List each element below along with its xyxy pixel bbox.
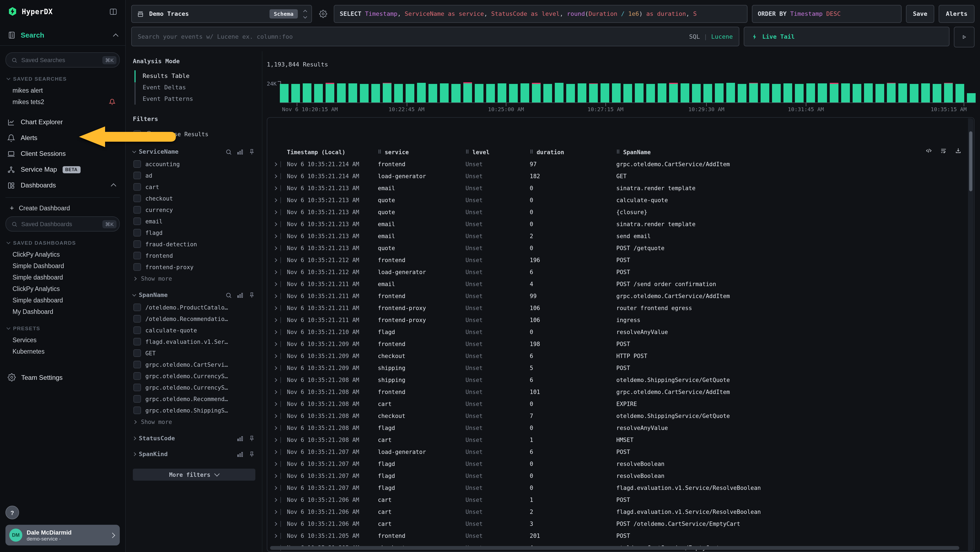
histogram-bar[interactable] xyxy=(635,83,644,102)
column-drag-handle[interactable]: ⠿ xyxy=(378,149,381,155)
table-row[interactable]: Nov 6 10:35:21.212 AMfrontendUnset196POS… xyxy=(267,254,967,266)
filter-checkbox-row[interactable]: grpc.oteldemo.CartServi… xyxy=(133,359,255,370)
histogram-bar[interactable] xyxy=(555,83,563,102)
saved-dashboard-item[interactable]: Simple dashboard xyxy=(5,271,120,283)
filter-group-statuscode[interactable]: StatusCode xyxy=(133,435,255,442)
row-expander[interactable] xyxy=(267,497,287,503)
filter-checkbox-row[interactable]: currency xyxy=(133,204,255,215)
column-header-service[interactable]: ⠿service xyxy=(378,149,466,155)
filter-checkbox-row[interactable]: frontend xyxy=(133,250,255,261)
histogram-bar[interactable] xyxy=(406,84,415,102)
filter-checkbox-row[interactable]: checkout xyxy=(133,192,255,204)
show-more-button[interactable]: Show more xyxy=(133,273,255,283)
table-row[interactable]: Nov 6 10:35:21.213 AMquoteUnset0{closure… xyxy=(267,206,967,218)
histogram-bar[interactable] xyxy=(326,84,334,102)
alerts-button[interactable]: Alerts xyxy=(939,5,975,23)
column-header-level[interactable]: ⠿level xyxy=(466,149,530,155)
row-expander[interactable] xyxy=(267,221,287,227)
vertical-scrollbar-thumb[interactable] xyxy=(969,131,972,191)
filter-checkbox-row[interactable]: frontend-proxy xyxy=(133,261,255,273)
histogram-bar[interactable] xyxy=(543,84,552,102)
saved-searches-input[interactable]: Saved Searches ⌘K xyxy=(5,52,120,67)
histogram-bar[interactable] xyxy=(898,83,907,102)
histogram-bar[interactable] xyxy=(337,84,346,102)
table-row[interactable]: Nov 6 10:35:21.211 AMfrontend-proxyUnset… xyxy=(267,314,967,326)
column-header-timestamp[interactable]: Timestamp (Local) xyxy=(287,149,378,155)
table-row[interactable]: Nov 6 10:35:21.214 AMload-generatorUnset… xyxy=(267,170,967,182)
saved-dashboard-item[interactable]: ClickPy Analytics xyxy=(5,283,120,294)
checkbox[interactable] xyxy=(134,361,141,368)
sidebar-item-team-settings[interactable]: Team Settings xyxy=(8,370,120,385)
filter-checkbox-row[interactable]: /oteldemo.ProductCatalo… xyxy=(133,302,255,313)
row-expander[interactable] xyxy=(267,269,287,275)
row-expander[interactable] xyxy=(267,425,287,431)
row-expander[interactable] xyxy=(267,341,287,347)
pin-icon[interactable] xyxy=(248,292,255,298)
row-expander[interactable] xyxy=(267,161,287,167)
histogram-bar[interactable] xyxy=(692,84,701,102)
presets-section[interactable]: PRESETS xyxy=(7,325,120,331)
filter-checkbox-row[interactable]: grpc.oteldemo.ShippingS… xyxy=(133,404,255,416)
table-row[interactable]: Nov 6 10:35:21.209 AMcheckoutUnset6HTTP … xyxy=(267,350,967,362)
histogram-bar[interactable] xyxy=(531,84,540,102)
saved-dashboard-item[interactable]: My Dashboard xyxy=(5,306,120,317)
histogram-bar[interactable] xyxy=(303,83,312,102)
row-expander[interactable] xyxy=(267,281,287,287)
table-row[interactable]: Nov 6 10:35:21.207 AMflagdUnset0resolveB… xyxy=(267,458,967,470)
table-row[interactable]: Nov 6 10:35:21.208 AMfrontendUnset101grp… xyxy=(267,386,967,398)
filter-checkbox-row[interactable]: email xyxy=(133,215,255,227)
live-tail-button[interactable]: Live Tail xyxy=(744,27,950,46)
user-card[interactable]: DM Dale McDiarmid demo-service - xyxy=(5,525,120,546)
row-expander[interactable] xyxy=(267,389,287,395)
table-row[interactable]: Nov 6 10:35:21.208 AMcartUnset1HMSET xyxy=(267,434,967,446)
histogram-bar[interactable] xyxy=(967,93,976,102)
filter-group-spanname[interactable]: SpanName xyxy=(133,292,255,298)
preset-item[interactable]: Kubernetes xyxy=(5,346,120,357)
table-row[interactable]: Nov 6 10:35:21.206 AMcartUnset1POST xyxy=(267,494,967,506)
saved-dashboard-item[interactable]: Simple dashboard xyxy=(5,294,120,306)
histogram-bar[interactable] xyxy=(875,84,884,102)
histogram-bar[interactable] xyxy=(578,83,586,102)
sidebar-item-service-map[interactable]: Service Map BETA xyxy=(5,162,120,177)
order-by-input[interactable]: ORDER BY Timestamp DESC xyxy=(752,5,902,23)
histogram-bar[interactable] xyxy=(944,83,953,102)
histogram-bar[interactable] xyxy=(772,84,781,102)
table-row[interactable]: Nov 6 10:35:21.210 AMflagdUnset0resolveA… xyxy=(267,326,967,338)
filter-checkbox-row[interactable]: flagd.evaluation.v1.Ser… xyxy=(133,336,255,347)
bar-chart-icon[interactable] xyxy=(237,435,243,442)
saved-dashboard-item[interactable]: Simple Dashboard xyxy=(5,260,120,271)
filter-checkbox-row[interactable]: /oteldemo.Recommendatio… xyxy=(133,313,255,324)
checkbox[interactable] xyxy=(134,171,141,179)
checkbox[interactable] xyxy=(134,130,141,137)
search-icon[interactable] xyxy=(225,148,232,155)
checkbox[interactable] xyxy=(134,252,141,259)
pin-icon[interactable] xyxy=(248,451,255,458)
checkbox[interactable] xyxy=(134,206,141,213)
histogram-bar[interactable] xyxy=(681,83,689,102)
show-more-button[interactable]: Show more xyxy=(133,416,255,426)
analysis-mode-results-table[interactable]: Results Table xyxy=(135,70,255,82)
sidebar-item-client-sessions[interactable]: Client Sessions xyxy=(5,146,120,161)
saved-search-item[interactable]: mikes alert xyxy=(5,85,120,96)
filter-checkbox-row[interactable]: cart xyxy=(133,181,255,192)
table-row[interactable]: Nov 6 10:35:21.211 AMfrontendUnset99grpc… xyxy=(267,290,967,302)
histogram-bar[interactable] xyxy=(417,83,426,102)
histogram-bar[interactable] xyxy=(726,83,735,102)
analysis-mode-event-deltas[interactable]: Event Deltas xyxy=(135,82,255,93)
histogram-bar[interactable] xyxy=(497,83,506,102)
checkbox[interactable] xyxy=(134,383,141,391)
histogram-bar[interactable] xyxy=(829,84,838,102)
row-expander[interactable] xyxy=(267,185,287,191)
histogram-bar[interactable] xyxy=(841,83,850,102)
filter-checkbox-row[interactable]: grpc.oteldemo.CurrencyS… xyxy=(133,381,255,393)
chevron-up-icon[interactable] xyxy=(113,33,118,39)
histogram-bar[interactable] xyxy=(463,83,472,102)
histogram-bar[interactable] xyxy=(703,84,712,102)
source-settings-button[interactable] xyxy=(316,5,329,23)
checkbox[interactable] xyxy=(134,349,141,357)
histogram-bar[interactable] xyxy=(749,84,758,102)
row-expander[interactable] xyxy=(267,365,287,371)
filter-checkbox-row[interactable]: grpc.oteldemo.Recommend… xyxy=(133,393,255,404)
histogram-bar[interactable] xyxy=(864,83,872,102)
histogram-bar[interactable] xyxy=(314,84,323,102)
